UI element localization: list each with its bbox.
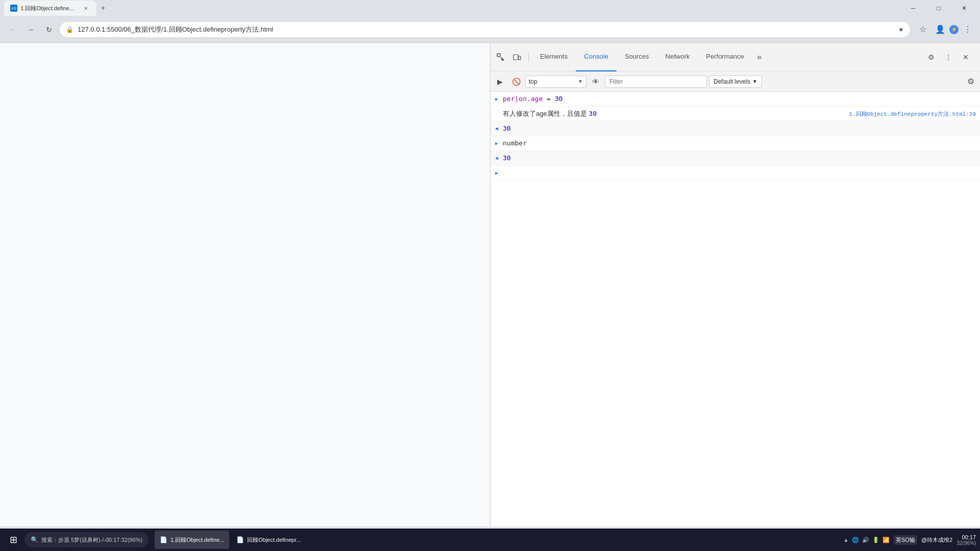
new-tab-button[interactable]: + bbox=[96, 1, 110, 15]
tab-elements[interactable]: Elements bbox=[532, 43, 576, 71]
page-area bbox=[0, 43, 490, 527]
tab-network[interactable]: Network bbox=[657, 43, 698, 71]
expand-icon-5[interactable]: ◀ bbox=[493, 153, 501, 164]
devtools-close-button[interactable]: ✕ bbox=[958, 49, 974, 65]
default-levels-button[interactable]: Default levels ▼ bbox=[709, 76, 762, 88]
context-selector[interactable]: top ▼ bbox=[525, 76, 586, 88]
console-row-2: 有人修改了age属性，且值是 30 1.回顾Object.defineprope… bbox=[491, 107, 980, 121]
taskbar-item-1-label: 1.回顾Object.define... bbox=[170, 536, 224, 544]
console-row-3: ◀ 30 bbox=[491, 121, 980, 136]
tab-bar: VS 1.回顾Object.define... ✕ + bbox=[4, 0, 110, 16]
expand-icon-3[interactable]: ◀ bbox=[493, 123, 501, 134]
main-content: Elements Console Sources Network Perform… bbox=[0, 43, 980, 527]
clear-console-button[interactable]: 🚫 bbox=[509, 74, 523, 89]
toolbar-icons: ☆ 👤 ⚡ ⋮ bbox=[915, 21, 976, 38]
toolbar-separator bbox=[528, 52, 529, 62]
url-icons: ★ bbox=[898, 26, 904, 33]
address-bar: ← → ↻ 🔒 127.0.0.1:5500/06_数据代理/1.回顾Objec… bbox=[0, 16, 980, 43]
devtools-tabs: Elements Console Sources Network Perform… bbox=[532, 43, 923, 71]
console-content-5: 30 bbox=[501, 153, 980, 163]
start-button[interactable]: ⊞ bbox=[4, 531, 22, 549]
svg-rect-1 bbox=[513, 55, 518, 60]
taskbar-item-2[interactable]: 📄 回顾Object.definepr... bbox=[231, 531, 306, 549]
console-content-6: | bbox=[501, 168, 980, 178]
back-button[interactable]: ← bbox=[4, 21, 20, 38]
taskbar-item-1[interactable]: 📄 1.回顾Object.define... bbox=[155, 531, 229, 549]
console-toolbar: ▶ 🚫 top ▼ 👁 Default levels bbox=[491, 71, 980, 92]
filter-input[interactable] bbox=[605, 76, 707, 88]
console-row-4: ▶ number bbox=[491, 136, 980, 151]
console-row-6: ▶ | bbox=[491, 166, 980, 181]
title-bar: VS 1.回顾Object.define... ✕ + ─ □ ✕ bbox=[0, 0, 980, 16]
taskbar-item-2-label: 回顾Object.definepr... bbox=[247, 536, 301, 544]
more-tabs-button[interactable]: » bbox=[752, 50, 767, 64]
taskbar-right: ▲ 🌐 🔊 🔋 📶 英SO输 @待木成维2 00:17 32(96%) bbox=[843, 534, 976, 546]
taskbar: ⊞ 🔍 搜索：步退 5梦(说鼻树)-/-00:17:32(96%) 📄 1.回顾… bbox=[0, 529, 980, 551]
more-button[interactable]: ⋮ bbox=[960, 21, 976, 38]
close-button[interactable]: ✕ bbox=[952, 0, 976, 16]
reload-button[interactable]: ↻ bbox=[41, 21, 57, 38]
lang-indicator: @待木成维2 bbox=[921, 536, 952, 544]
taskbar-date: 32(96%) bbox=[957, 540, 976, 546]
inspect-element-button[interactable] bbox=[493, 49, 509, 65]
console-settings-button[interactable]: ⚙ bbox=[964, 74, 978, 89]
maximize-button[interactable]: □ bbox=[927, 0, 950, 16]
console-row-5: ◀ 30 bbox=[491, 151, 980, 166]
context-text: top bbox=[529, 78, 576, 85]
tab-console[interactable]: Console bbox=[576, 43, 617, 71]
tab-performance[interactable]: Performance bbox=[698, 43, 752, 71]
bookmark-button[interactable]: ☆ bbox=[915, 21, 931, 38]
minimize-button[interactable]: ─ bbox=[901, 0, 925, 16]
console-row-1: ▶ per|on.age = 30 bbox=[491, 92, 980, 107]
tab-favicon: VS bbox=[10, 5, 17, 12]
device-toggle-button[interactable] bbox=[509, 49, 525, 65]
extensions-button[interactable]: ⚡ bbox=[949, 25, 959, 34]
window-controls: ─ □ ✕ bbox=[901, 0, 976, 16]
tab-sources[interactable]: Sources bbox=[617, 43, 657, 71]
console-content-3: 30 bbox=[501, 123, 980, 134]
tab-title: 1.回顾Object.define... bbox=[20, 5, 79, 12]
default-levels-text: Default levels bbox=[714, 78, 750, 85]
console-content-2: 有人修改了age属性，且值是 30 bbox=[501, 108, 849, 119]
devtools-toolbar: Elements Console Sources Network Perform… bbox=[491, 43, 980, 71]
url-text: 127.0.0.1:5500/06_数据代理/1.回顾Object.define… bbox=[78, 25, 894, 34]
devtools-menu-button[interactable]: ⋮ bbox=[940, 49, 957, 65]
svg-rect-0 bbox=[497, 54, 500, 57]
expand-icon-2 bbox=[493, 108, 501, 119]
forward-button[interactable]: → bbox=[22, 21, 39, 38]
devtools-right-icons: ⚙ ⋮ ✕ bbox=[923, 49, 978, 65]
url-bar[interactable]: 🔒 127.0.0.1:5500/06_数据代理/1.回顾Object.defi… bbox=[59, 21, 911, 38]
ime-indicator[interactable]: 英SO输 bbox=[894, 535, 917, 545]
expand-icon-1[interactable]: ▶ bbox=[493, 93, 501, 105]
run-button[interactable]: ▶ bbox=[493, 74, 507, 89]
tab-close-button[interactable]: ✕ bbox=[82, 4, 90, 12]
browser-window: VS 1.回顾Object.define... ✕ + ─ □ ✕ ← → ↻ … bbox=[0, 0, 980, 551]
devtools-settings-button[interactable]: ⚙ bbox=[923, 49, 939, 65]
profile-button[interactable]: 👤 bbox=[932, 21, 948, 38]
console-content-1: per|on.age = 30 bbox=[501, 94, 980, 104]
tray-icons: ▲ 🌐 🔊 🔋 📶 bbox=[843, 537, 890, 543]
browser-tab-active[interactable]: VS 1.回顾Object.define... ✕ bbox=[4, 1, 96, 16]
eye-button[interactable]: 👁 bbox=[589, 74, 603, 89]
console-output[interactable]: ▶ per|on.age = 30 有人修改了age属性，且值是 30 1.回顾… bbox=[491, 92, 980, 527]
expand-icon-6[interactable]: ▶ bbox=[493, 167, 501, 179]
expand-icon-4[interactable]: ▶ bbox=[493, 138, 501, 149]
taskbar-search[interactable]: 🔍 搜索：步退 5梦(说鼻树)-/-00:17:32(96%) bbox=[24, 532, 149, 547]
taskbar-search-text: 搜索：步退 5梦(说鼻树)-/-00:17:32(96%) bbox=[41, 536, 142, 544]
console-source-link-2[interactable]: 1.回顾Object.defineproperty方法.html:29 bbox=[849, 110, 976, 118]
console-content-4: number bbox=[501, 138, 980, 148]
devtools-panel: Elements Console Sources Network Perform… bbox=[490, 43, 980, 527]
svg-rect-2 bbox=[519, 56, 521, 60]
taskbar-time: 00:17 bbox=[962, 534, 976, 540]
